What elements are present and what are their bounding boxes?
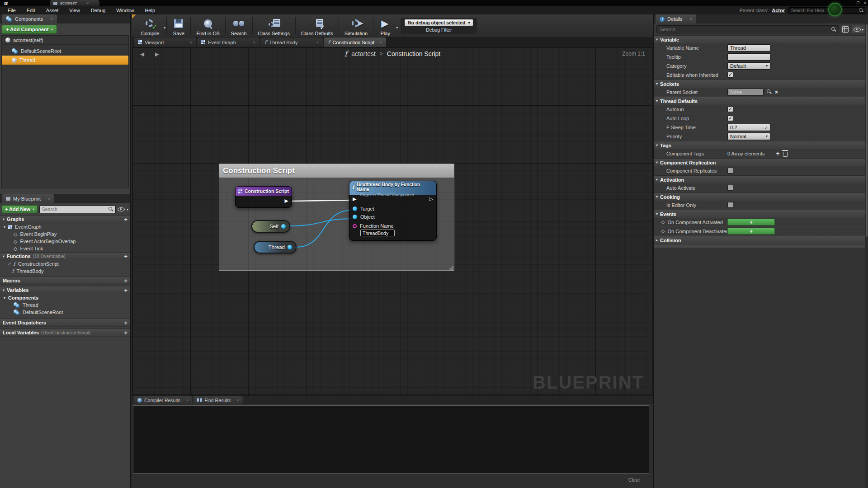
editable-checkbox[interactable]: ✓ xyxy=(727,72,733,78)
help-search-input[interactable] xyxy=(788,7,865,14)
pin-row-target[interactable]: Target xyxy=(349,205,436,213)
tree-item-default-scene-root[interactable]: DefaultSceneRoot xyxy=(2,47,128,56)
resize-handle[interactable] xyxy=(449,265,453,270)
class-defaults-button[interactable]: ✓ Class Defaults xyxy=(297,15,338,36)
add-component-button[interactable]: + Add Component ▾ xyxy=(2,25,57,34)
menu-file[interactable]: File xyxy=(3,6,21,14)
find-in-cb-button[interactable]: Find in CB xyxy=(192,15,224,36)
item-event-beginplay[interactable]: ◇ Event BeginPlay xyxy=(0,230,130,238)
display-filter-button[interactable]: ▾ xyxy=(852,25,865,34)
editor-only-checkbox[interactable] xyxy=(727,202,733,208)
section-activation[interactable]: ▾Activation xyxy=(654,175,868,183)
close-icon[interactable]: × xyxy=(380,40,382,45)
graph-canvas[interactable]: ◄ ► f actortest > Construction Script Zo… xyxy=(132,47,653,396)
add-activated-event-button[interactable]: + xyxy=(727,219,775,225)
close-icon[interactable]: × xyxy=(86,1,89,5)
menu-window[interactable]: Window xyxy=(111,6,139,14)
menu-view[interactable]: View xyxy=(64,6,85,14)
section-component-replication[interactable]: ▾Component Replication xyxy=(654,158,868,166)
trash-icon[interactable] xyxy=(783,152,788,157)
tab-components[interactable]: Components × xyxy=(2,14,57,23)
sleep-time-input[interactable]: 0.2↔ xyxy=(727,124,770,131)
section-collision[interactable]: ▸Collision xyxy=(654,236,868,244)
section-macros[interactable]: Macros + xyxy=(0,277,130,285)
function-name-input[interactable]: ThreadBody xyxy=(360,230,395,236)
tab-construction-script[interactable]: f Construction Script × xyxy=(324,38,386,47)
section-events[interactable]: ▾Events xyxy=(654,210,868,218)
tab-compiler-results[interactable]: Compiler Results × xyxy=(134,396,192,404)
add-macro-button[interactable]: + xyxy=(124,277,127,284)
exec-in-pin[interactable]: ▶ xyxy=(353,196,356,202)
node-bindthread-body[interactable]: f Bindthread Body by Function Name Targe… xyxy=(349,181,437,241)
tree-item-actortest-self[interactable]: actortest(self) xyxy=(2,36,128,45)
variable-name-input[interactable]: Thread xyxy=(727,44,770,52)
section-cooking[interactable]: ▾Cooking xyxy=(654,192,868,201)
item-variable-default-scene-root[interactable]: DefaultSceneRoot xyxy=(0,309,130,316)
tab-viewport[interactable]: Viewport × xyxy=(134,38,196,47)
section-variable[interactable]: ▾Variable xyxy=(654,35,868,43)
breadcrumb-root[interactable]: actortest xyxy=(351,50,376,57)
parent-socket-input[interactable]: None xyxy=(727,89,764,96)
close-icon[interactable]: × xyxy=(50,17,52,21)
help-badge-icon[interactable] xyxy=(828,3,842,16)
section-event-dispatchers[interactable]: Event Dispatchers + xyxy=(0,319,130,327)
section-tags[interactable]: ▾Tags xyxy=(654,141,868,149)
tab-find-results[interactable]: Find Results × xyxy=(193,396,243,404)
section-local-variables[interactable]: Local Variables (UserConstructionScript)… xyxy=(0,328,130,337)
close-icon[interactable]: × xyxy=(190,40,192,45)
minimize-button[interactable]: – xyxy=(850,0,852,6)
tab-details[interactable]: i Details × xyxy=(656,14,696,23)
section-graphs[interactable]: ▾ Graphs + xyxy=(0,215,130,223)
pin-row-object[interactable]: Object xyxy=(349,213,436,221)
output-pin-icon[interactable] xyxy=(288,245,292,249)
my-blueprint-search-input[interactable] xyxy=(39,206,116,213)
simulation-button[interactable]: ▶ Simulation xyxy=(340,15,372,36)
close-icon[interactable]: × xyxy=(48,197,50,201)
comment-title[interactable]: Construction Script xyxy=(219,164,454,178)
compile-button[interactable]: ✓ Compile xyxy=(137,15,164,36)
close-icon[interactable]: × xyxy=(237,398,239,403)
chevron-down-icon[interactable]: ▾ xyxy=(127,207,128,211)
menu-edit[interactable]: Edit xyxy=(22,6,40,14)
replicates-checkbox[interactable] xyxy=(727,168,733,174)
menu-asset[interactable]: Asset xyxy=(41,6,64,14)
tab-thread-body[interactable]: f Thread Body × xyxy=(260,38,323,47)
save-button[interactable]: Save xyxy=(168,15,189,36)
clear-button[interactable]: Clear xyxy=(628,477,640,483)
section-functions[interactable]: ▾ Functions (18 Overridable) + xyxy=(0,252,130,260)
priority-dropdown[interactable]: Normal▾ xyxy=(727,133,770,140)
pin-row-function-name[interactable]: Function Name xyxy=(349,223,436,229)
parent-class-link[interactable]: Actor xyxy=(772,8,785,13)
item-event-graph[interactable]: ▾ EventGraph xyxy=(0,223,130,230)
exec-out-pin[interactable]: ▷ xyxy=(429,196,433,202)
debug-object-dropdown[interactable]: No debug object selected ▾ xyxy=(404,19,473,26)
menu-help[interactable]: Help xyxy=(140,6,160,14)
add-function-button[interactable]: + xyxy=(124,253,127,260)
node-construction-script[interactable]: Construction Script ▶ xyxy=(235,186,292,208)
class-settings-button[interactable]: Class Settings xyxy=(254,15,294,36)
item-variable-thread[interactable]: Thread xyxy=(0,301,130,309)
close-icon[interactable]: × xyxy=(253,40,255,45)
item-event-actorbeginoverlap[interactable]: ◇ Event ActorBeginOverlap xyxy=(0,238,130,245)
compile-options-caret[interactable]: ▾ xyxy=(164,26,165,30)
item-event-tick[interactable]: ◇ Event Tick xyxy=(0,245,130,252)
auto-activate-checkbox[interactable] xyxy=(727,185,733,191)
play-options-caret[interactable]: ▾ xyxy=(396,26,398,30)
category-dropdown[interactable]: Default▾ xyxy=(727,62,770,70)
section-variables[interactable]: ▾ Variables + xyxy=(0,286,130,294)
tree-item-thread-selected[interactable]: Thread xyxy=(2,56,128,65)
compiler-results-output[interactable] xyxy=(133,405,649,474)
clear-socket-icon[interactable]: × xyxy=(775,89,778,95)
add-variable-button[interactable]: + xyxy=(124,287,127,294)
item-thread-body-fn[interactable]: f ThreadBody xyxy=(0,267,130,275)
close-icon[interactable]: × xyxy=(690,17,692,21)
add-deactivated-event-button[interactable]: + xyxy=(727,228,775,235)
exec-out-pin[interactable]: ▶ xyxy=(285,198,288,204)
autorun-checkbox[interactable]: ✓ xyxy=(727,106,733,112)
view-options-eye-icon[interactable] xyxy=(118,207,125,211)
item-construction-script-fn[interactable]: ↗ f ConstructionScript xyxy=(0,260,130,267)
maximize-button[interactable]: □ xyxy=(857,0,859,6)
close-icon[interactable]: × xyxy=(186,398,189,403)
asset-window-tab[interactable]: actortest* × xyxy=(50,0,99,6)
section-thread-defaults[interactable]: ▾Thread Defaults xyxy=(654,97,868,105)
